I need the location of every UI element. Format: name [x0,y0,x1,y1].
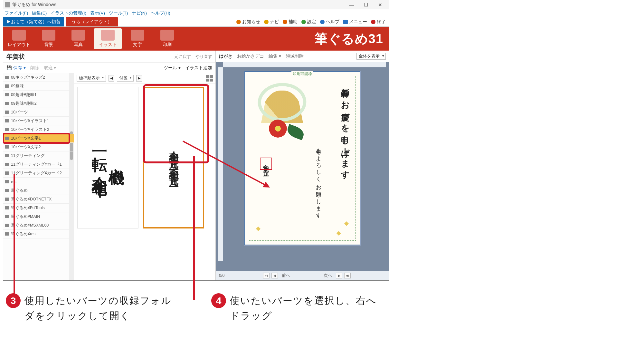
folder-item[interactable]: 筆ぐるめ¥FsiTools [3,204,74,212]
edit-dropdown[interactable]: 編集 ▾ [269,53,281,59]
minimize-button[interactable]: — [345,0,359,9]
pager-prev[interactable]: ◀ [271,273,278,278]
thumb-next[interactable]: ▶ [136,75,142,82]
thumbnail-1[interactable]: 心機一転 令和七年 [77,87,138,228]
menu-tool[interactable]: ツール(T) [109,10,128,16]
pager-prev-label: 前へ [280,273,292,278]
postcard-canvas[interactable]: 印刷可能枠 新春のお慶びを申し上げます 今年もよろしく お願いします 令和七年 … [244,71,360,245]
menu-view[interactable]: 表示(V) [90,10,105,16]
folder-item[interactable]: 10パーツ¥文字2 [3,143,74,151]
canvas-toolbar: はがき お絵かきデコ 編集 ▾ 領域削除 全体を表示 [216,51,389,62]
menu-help[interactable]: ヘルプ(H) [151,10,170,16]
thumbnail-panel: 標準順表示 ◀ 付箋 ▶ 心機一転 令和七年 [74,73,215,280]
thumbnail-2[interactable]: 令和七年 元旦 令和七年 元旦 [143,87,204,228]
pager-next[interactable]: ▶ [336,273,342,278]
work-row: 年賀状 元に戻す やり直す 💾 保存 ▾ 削除 取込 ▾ ツール ▾ イラスト追… [3,51,389,280]
print-frame-label: 印刷可能枠 [291,71,313,77]
folder-item[interactable]: 10パーツ¥イラスト2 [3,125,74,134]
tab-back-layout[interactable]: うら（レイアウト） [66,17,118,26]
folder-item[interactable]: 筆ぐるめ¥res [3,230,74,238]
grid-view-icon[interactable] [206,75,213,82]
folder-item[interactable]: 筆ぐるめ¥MSXML60 [3,221,74,230]
menu-navi[interactable]: ナビ(N) [132,10,147,16]
close-icon [371,20,375,24]
exit-button[interactable]: 終了 [371,19,386,25]
pager-first[interactable]: ⏮ [263,273,270,278]
folder-item[interactable]: 09趣味¥趣味2 [3,99,74,108]
folder-item[interactable]: 10パーツ [3,108,74,117]
brand-logo: 筆ぐるめ31 [315,30,384,48]
folder-item[interactable]: 10パーツ¥イラスト1 [3,117,74,125]
tool-dropdown[interactable]: ツール ▾ [164,65,181,71]
folder-item[interactable]: 筆ぐるめ¥DOTNETFX [3,195,74,204]
zoom-dropdown[interactable]: 全体を表示 [356,53,386,60]
print-icon [160,30,174,41]
delete-button[interactable]: 削除 [30,65,39,71]
ribbon-layout[interactable]: レイアウト [5,28,33,49]
switch-front-button[interactable]: ▶おもて（宛て名）へ切替 [3,17,64,26]
folder-item[interactable]: 09趣味¥趣味1 [3,91,74,99]
ribbon-photo[interactable]: 写真 [64,28,92,49]
right-panel: はがき お絵かきデコ 編集 ▾ 領域削除 全体を表示 印刷可能枠 [216,51,389,280]
menubar: ファイル(F) 編集(E) イラストの管理(I) 表示(V) ツール(T) ナビ… [3,9,389,17]
sort-dropdown[interactable]: 標準順表示 [77,75,106,82]
oekaki-button[interactable]: お絵かきデコ [237,53,264,59]
import-button[interactable]: 取込 ▾ [44,65,56,71]
greeting-main[interactable]: 新春のお慶びを申し上げます [339,82,351,176]
menu-edit[interactable]: 編集(E) [32,10,47,16]
folder-item[interactable]: etc [3,178,74,186]
window-title: 筆ぐるめ for Windows [12,2,56,8]
add-illust-button[interactable]: イラスト追加 [185,65,212,71]
category-tabbar: 年賀状 元に戻す やり直す [3,51,215,63]
navi-button[interactable]: ナビ [264,19,279,25]
canvas-type-label: はがき [219,53,232,59]
thumb-prev[interactable]: ◀ [109,75,114,82]
folder-item[interactable]: 11グリーティング¥カード1 [3,160,74,169]
menu-file[interactable]: ファイル(F) [5,10,28,16]
greeting-sub[interactable]: 今年もよろしく お願いします [313,144,324,216]
thumbnail-toolbar: 標準順表示 ◀ 付箋 ▶ [74,73,215,83]
folder-item[interactable]: 09趣味 [3,82,74,91]
greeting-date[interactable]: 令和七年 元旦 [261,159,271,169]
folder-item[interactable]: 08キッズ¥キッズ2 [3,73,74,82]
oshirase-button[interactable]: お知らせ [236,19,260,25]
callouts: 3 使用したいパーツの収録フォルダをクリックして開く 4 使いたいパーツを選択し… [0,293,451,323]
help-icon [320,20,325,24]
ribbon-print[interactable]: 印刷 [153,28,181,49]
thumb2-text2: 令和七年 元旦 [167,160,180,172]
pager-last[interactable]: ⏭ [344,273,351,278]
thumbnail-grid: 心機一転 令和七年 令和七年 元旦 令和七年 元旦 [74,83,215,280]
menu-illust-mgmt[interactable]: イラストの管理(I) [51,10,86,16]
folder-item[interactable]: 11グリーティング¥カード2 [3,169,74,178]
folder-item[interactable]: 筆ぐるめ [3,186,74,195]
maximize-button[interactable]: ☐ [359,0,373,9]
ribbon-text[interactable]: 文字 [124,28,151,49]
region-delete-button[interactable]: 領域削除 [286,53,304,59]
left-body: 08キッズ¥キッズ209趣味09趣味¥趣味109趣味¥趣味210パーツ10パーツ… [3,73,215,280]
folder-item[interactable]: 10パーツ¥文字1 [3,134,74,143]
tag-dropdown[interactable]: 付箋 [117,75,134,82]
ribbon-illust[interactable]: イラスト [94,28,122,49]
settings-button[interactable]: 設定 [301,19,316,25]
redo-button[interactable]: やり直す [195,54,212,60]
undo-button[interactable]: 元に戻す [174,54,191,60]
app-window: 筆ぐるめ for Windows — ☐ ✕ ファイル(F) 編集(E) イラス… [3,0,389,281]
menu-button[interactable]: メニュー [343,19,367,25]
text-icon [131,30,144,41]
folder-list[interactable]: 08キッズ¥キッズ209趣味09趣味¥趣味109趣味¥趣味210パーツ10パーツ… [3,73,74,280]
save-button[interactable]: 💾 保存 ▾ [6,65,26,71]
layout-icon [12,30,26,41]
illust-icon [101,30,115,41]
callout-4-text: 使いたいパーツを選択し、右へドラッグ [230,293,381,323]
ribbon-background[interactable]: 背景 [35,28,62,49]
navi-icon [264,20,269,24]
titlebar: 筆ぐるめ for Windows — ☐ ✕ [3,0,389,9]
hojo-button[interactable]: 補助 [283,19,298,25]
folder-item[interactable]: 11グリーティング [3,151,74,160]
star-icon [283,20,287,24]
thumb2-text1: 令和七年 元旦 [167,143,180,155]
folder-item[interactable]: 筆ぐるめ¥MAIN [3,212,74,221]
close-button[interactable]: ✕ [373,0,387,9]
ribbon: レイアウト 背景 写真 イラスト 文字 印刷 筆ぐるめ31 [3,27,389,51]
help-button[interactable]: ヘルプ [320,19,339,25]
